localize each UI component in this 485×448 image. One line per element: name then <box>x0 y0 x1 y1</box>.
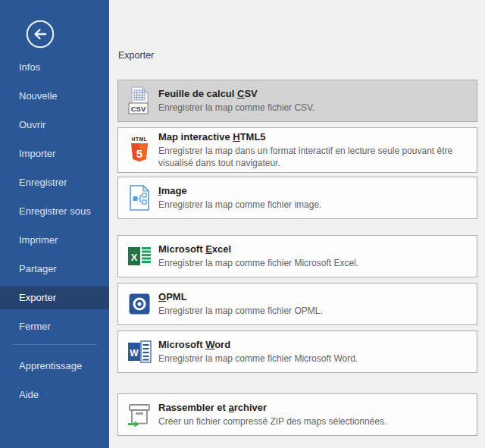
csv-spreadsheet-icon: CSV <box>127 86 152 115</box>
backstage-view: Infos Nouvelle Ouvrir Importer Enregistr… <box>0 0 485 448</box>
export-option-text: Rassembler et archiver Créer un fichier … <box>158 402 391 428</box>
sidebar-item-enregistrer-sous[interactable]: Enregistrer sous <box>0 200 109 223</box>
export-option-desc: Enregistrer la map comme fichier Microso… <box>158 352 358 365</box>
export-option-text: OPML Enregistrer la map comme fichier OP… <box>158 291 327 317</box>
image-file-icon <box>127 184 152 211</box>
sidebar-item-infos[interactable]: Infos <box>0 56 109 79</box>
export-option-desc: Enregistrer la map comme fichier image. <box>158 199 321 211</box>
export-option-title: Feuille de calcul CSV <box>158 88 314 100</box>
export-option-archive[interactable]: Rassembler et archiver Créer un fichier … <box>117 393 477 436</box>
sidebar-item-importer[interactable]: Importer <box>0 143 109 165</box>
title-text: SV <box>244 88 257 99</box>
export-option-opml[interactable]: OPML Enregistrer la map comme fichier OP… <box>117 283 477 325</box>
back-arrow-icon <box>25 19 55 49</box>
title-text: ord <box>214 339 230 350</box>
accel-letter: E <box>205 243 212 255</box>
export-option-word[interactable]: W Microsoft Word Enregistrer la map comm… <box>117 331 477 373</box>
title-text: Microsoft <box>158 243 205 255</box>
title-text: TML5 <box>240 131 266 143</box>
sidebar-item-exporter[interactable]: Exporter <box>0 287 109 309</box>
excel-logo-icon: X <box>127 244 152 268</box>
export-option-desc: Créer un fichier compressé ZIP des maps … <box>158 415 386 428</box>
back-button[interactable] <box>25 19 55 49</box>
export-option-text: Feuille de calcul CSV Enregistrer la map… <box>158 88 319 114</box>
sidebar-item-apprentissage[interactable]: Apprentissage <box>0 355 109 378</box>
title-text: Microsoft <box>158 339 205 350</box>
sidebar-item-fermer[interactable]: Fermer <box>0 315 109 338</box>
title-text: xcel <box>212 243 231 255</box>
export-option-title: Rassembler et archiver <box>158 402 386 414</box>
title-text: mage <box>161 185 187 196</box>
export-option-text: Microsoft Word Enregistrer la map comme … <box>158 339 362 365</box>
sidebar-item-partager[interactable]: Partager <box>0 258 109 280</box>
accel-letter: O <box>158 291 166 302</box>
title-text: rchiver <box>234 402 267 413</box>
title-text: Map interactive <box>158 131 233 143</box>
word-logo-icon: W <box>127 340 152 364</box>
export-option-title: Image <box>158 185 321 197</box>
accel-letter: W <box>205 339 214 350</box>
section-title: Exporter <box>118 50 154 61</box>
opml-logo-icon <box>127 293 152 315</box>
accel-letter: a <box>229 402 234 413</box>
svg-text:X: X <box>131 252 138 263</box>
export-option-text: Microsoft Excel Enregistrer la map comme… <box>158 243 363 269</box>
export-option-desc: Enregistrer la map comme fichier OPML. <box>158 305 323 317</box>
sidebar-nav: Infos Nouvelle Ouvrir Importer Enregistr… <box>0 56 109 412</box>
sidebar-item-ouvrir[interactable]: Ouvrir <box>0 114 109 136</box>
export-option-desc: Enregistrer la map dans un format intera… <box>158 145 472 169</box>
html5-logo-icon: HTML 5 <box>127 136 152 164</box>
export-option-desc: Enregistrer la map comme fichier Microso… <box>158 257 358 269</box>
title-text: PML <box>166 291 186 302</box>
export-option-html5[interactable]: HTML 5 Map interactive HTML5 Enregistrer… <box>117 127 477 173</box>
export-option-title: OPML <box>158 291 323 303</box>
sidebar-item-nouvelle[interactable]: Nouvelle <box>0 85 109 108</box>
svg-text:W: W <box>130 348 139 359</box>
sidebar-divider <box>13 344 97 345</box>
title-text: Feuille de calcul <box>158 88 237 99</box>
sidebar-item-enregistrer[interactable]: Enregistrer <box>0 171 109 194</box>
export-option-text: Map interactive HTML5 Enregistrer la map… <box>158 131 477 169</box>
export-option-excel[interactable]: X Microsoft Excel Enregistrer la map com… <box>117 235 477 277</box>
title-text: Rassembler et <box>158 402 229 413</box>
sidebar: Infos Nouvelle Ouvrir Importer Enregistr… <box>0 0 109 448</box>
sidebar-item-aide[interactable]: Aide <box>0 384 109 406</box>
svg-text:CSV: CSV <box>131 105 146 113</box>
export-option-image[interactable]: Image Enregistrer la map comme fichier i… <box>117 177 477 219</box>
export-option-title: Microsoft Excel <box>158 243 358 255</box>
export-option-title: Microsoft Word <box>158 339 358 351</box>
sidebar-item-imprimer[interactable]: Imprimer <box>0 229 109 252</box>
export-option-text: Image Enregistrer la map comme fichier i… <box>158 185 326 211</box>
svg-text:HTML: HTML <box>132 136 147 142</box>
svg-text:5: 5 <box>136 147 142 160</box>
accel-letter: H <box>233 131 239 143</box>
export-option-title: Map interactive HTML5 <box>158 131 472 143</box>
export-option-desc: Enregistrer la map comme fichier CSV. <box>158 102 314 114</box>
archive-box-icon <box>127 401 152 428</box>
export-option-csv[interactable]: CSV Feuille de calcul CSV Enregistrer la… <box>117 80 477 122</box>
